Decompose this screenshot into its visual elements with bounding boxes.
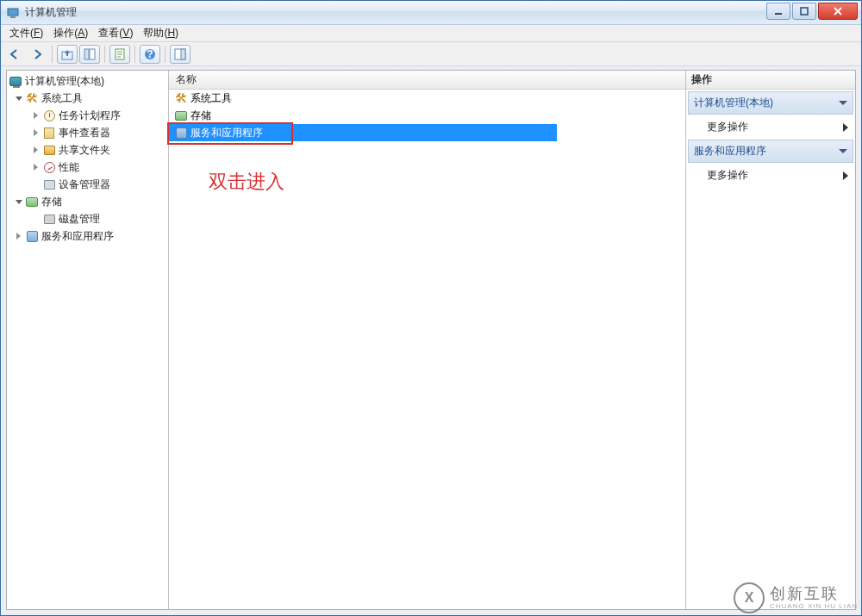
action-item-label: 更多操作	[707, 120, 748, 134]
watermark-en: CHUANG XIN HU LIAN	[770, 603, 858, 611]
action-more-actions-1[interactable]: 更多操作	[686, 116, 855, 138]
tree-node-services-apps[interactable]: 服务和应用程序	[7, 227, 168, 245]
list-item-services-apps[interactable]: 服务和应用程序	[169, 124, 557, 141]
list-item-label: 存储	[191, 109, 211, 123]
expander-icon[interactable]	[31, 146, 41, 155]
device-icon	[42, 177, 56, 191]
titlebar[interactable]: 计算机管理	[1, 1, 861, 25]
svg-rect-11	[181, 49, 185, 59]
action-section-computer-management[interactable]: 计算机管理(本地)	[688, 91, 853, 115]
forward-button[interactable]	[27, 45, 47, 64]
svg-rect-2	[775, 13, 782, 15]
action-section-title: 服务和应用程序	[694, 144, 766, 159]
list-item-label: 服务和应用程序	[191, 126, 263, 140]
tree-pane[interactable]: 计算机管理(本地) 🛠 系统工具 任务计划程序 事件查看器	[7, 71, 169, 609]
window-controls	[765, 3, 858, 20]
toolbar-separator	[104, 46, 105, 63]
tools-icon: 🛠	[174, 91, 188, 105]
watermark: X 创新互联 CHUANG XIN HU LIAN	[734, 582, 858, 613]
chevron-up-icon	[839, 101, 847, 105]
help-button[interactable]: ?	[140, 45, 160, 64]
svg-text:?: ?	[147, 48, 153, 60]
actions-header: 操作	[686, 71, 855, 90]
watermark-logo-icon: X	[734, 582, 765, 613]
action-item-label: 更多操作	[707, 168, 748, 183]
tree-node-event-viewer[interactable]: 事件查看器	[7, 124, 168, 141]
menu-help[interactable]: 帮助(H)	[138, 24, 184, 42]
svg-rect-6	[90, 49, 95, 59]
tree-node-storage[interactable]: 存储	[7, 193, 168, 210]
minimize-button[interactable]	[766, 3, 790, 20]
app-icon	[6, 6, 20, 20]
content-area: 计算机管理(本地) 🛠 系统工具 任务计划程序 事件查看器	[6, 70, 856, 610]
expander-icon[interactable]	[31, 128, 41, 138]
toolbar-separator	[134, 46, 135, 63]
play-icon	[843, 123, 848, 132]
list-item-label: 系统工具	[191, 91, 232, 106]
expander-icon[interactable]	[31, 111, 41, 121]
show-hide-action-button[interactable]	[170, 45, 191, 64]
expander-icon[interactable]	[14, 197, 23, 207]
storage-icon	[25, 195, 39, 208]
svg-rect-5	[84, 49, 89, 59]
expander-icon[interactable]	[14, 232, 23, 241]
tools-icon: 🛠	[25, 91, 39, 105]
app-window: 计算机管理 文件(F) 操作(A) 查看(V) 帮助(H) ?	[0, 0, 862, 616]
tree-node-system-tools[interactable]: 🛠 系统工具	[7, 90, 168, 107]
toolbar-separator	[52, 46, 53, 63]
annotation-text: 双击进入	[209, 169, 284, 195]
watermark-text: 创新互联 CHUANG XIN HU LIAN	[770, 586, 858, 611]
list-body: 🛠 系统工具 存储 服务和应用程序 双击进入	[169, 90, 685, 141]
actions-pane: 操作 计算机管理(本地) 更多操作 服务和应用程序 更多操作	[686, 71, 855, 609]
list-pane[interactable]: 名称 🛠 系统工具 存储 服务和应用程序 双击进入	[169, 71, 686, 609]
action-section-services-apps[interactable]: 服务和应用程序	[688, 140, 853, 163]
expander-spacer	[31, 215, 41, 224]
chevron-up-icon	[839, 149, 847, 153]
toolbar-separator	[165, 46, 166, 63]
menu-action[interactable]: 操作(A)	[48, 24, 93, 42]
tree-node-performance[interactable]: 性能	[7, 159, 168, 176]
services-icon	[174, 126, 188, 140]
svg-rect-3	[801, 8, 808, 15]
svg-rect-1	[10, 16, 16, 18]
tree-node-disk-management[interactable]: 磁盘管理	[7, 210, 168, 227]
storage-icon	[174, 109, 188, 122]
list-item-storage[interactable]: 存储	[169, 107, 685, 124]
services-icon	[25, 229, 39, 243]
toolbar: ?	[1, 42, 861, 66]
tree-node-device-manager[interactable]: 设备管理器	[7, 176, 168, 193]
perf-icon	[42, 160, 56, 174]
tree-root[interactable]: 计算机管理(本地)	[7, 72, 168, 90]
expander-icon[interactable]	[14, 94, 23, 103]
event-icon	[42, 126, 56, 140]
share-icon	[42, 143, 56, 157]
svg-rect-0	[8, 9, 18, 16]
action-more-actions-2[interactable]: 更多操作	[686, 165, 855, 186]
clock-icon	[42, 109, 56, 122]
computer-icon	[9, 74, 22, 88]
disk-icon	[42, 212, 56, 226]
play-icon	[843, 171, 848, 180]
up-level-button[interactable]	[57, 45, 78, 64]
maximize-button[interactable]	[792, 3, 816, 20]
window-title: 计算机管理	[25, 5, 765, 20]
back-button[interactable]	[4, 45, 25, 64]
tree: 计算机管理(本地) 🛠 系统工具 任务计划程序 事件查看器	[7, 71, 168, 246]
menu-view[interactable]: 查看(V)	[93, 24, 138, 42]
expander-icon[interactable]	[31, 163, 41, 172]
properties-button[interactable]	[109, 45, 130, 64]
list-item-system-tools[interactable]: 🛠 系统工具	[169, 90, 685, 107]
show-hide-tree-button[interactable]	[79, 45, 100, 64]
list-header-name[interactable]: 名称	[169, 71, 685, 90]
menubar: 文件(F) 操作(A) 查看(V) 帮助(H)	[1, 25, 861, 42]
watermark-cn: 创新互联	[770, 586, 858, 603]
action-section-title: 计算机管理(本地)	[694, 96, 773, 110]
tree-node-task-scheduler[interactable]: 任务计划程序	[7, 107, 168, 124]
expander-spacer	[31, 180, 41, 190]
menu-file[interactable]: 文件(F)	[4, 24, 48, 42]
tree-node-shared-folders[interactable]: 共享文件夹	[7, 141, 168, 159]
close-button[interactable]	[818, 3, 858, 20]
